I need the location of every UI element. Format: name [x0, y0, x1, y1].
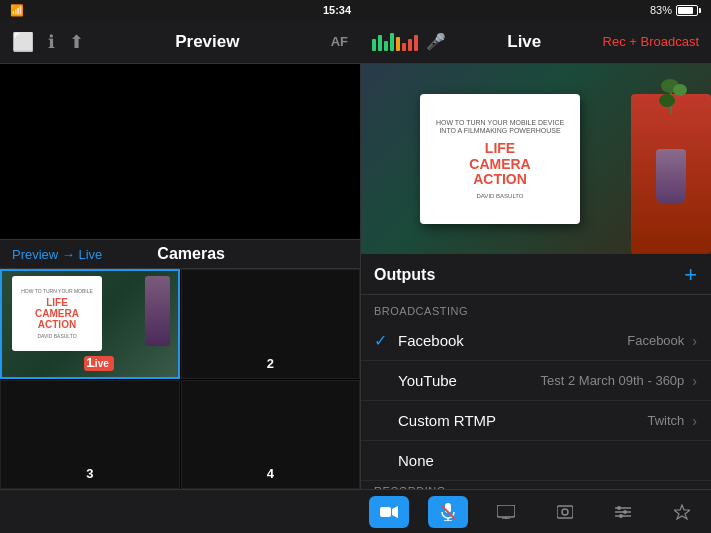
youtube-name: YouTube — [398, 372, 533, 389]
output-row-rtmp[interactable]: ✓ Custom RTMP Twitch › — [360, 401, 711, 441]
output-row-youtube[interactable]: ✓ YouTube Test 2 March 09th - 360p › — [360, 361, 711, 401]
status-time: 15:34 — [323, 4, 351, 16]
star-button[interactable] — [662, 496, 702, 528]
monitor-button[interactable] — [486, 496, 526, 528]
cameras-bar: Preview → Live Cameras — [0, 239, 360, 269]
camera-2-number: 2 — [261, 353, 280, 374]
svg-point-15 — [623, 510, 627, 514]
svg-point-10 — [562, 509, 568, 515]
preview-live-label: Preview → Live — [0, 247, 102, 262]
screen-icon[interactable]: ⬜ — [12, 31, 34, 53]
mic-button[interactable] — [428, 496, 468, 528]
cameras-label: Cameras — [102, 245, 280, 263]
preview-title: Preview — [84, 32, 331, 52]
sliders-button[interactable] — [603, 496, 643, 528]
share-icon[interactable]: ⬆ — [69, 31, 84, 53]
af-button[interactable]: AF — [331, 34, 348, 49]
audio-levels — [372, 33, 418, 51]
toolbar-left: ⬜ ℹ ⬆ Preview AF — [0, 31, 360, 53]
book-title-action: ACTION — [473, 172, 527, 187]
battery-icon — [676, 5, 701, 16]
video-button[interactable] — [369, 496, 409, 528]
status-left: 📶 — [10, 4, 24, 17]
toolbar-left-icons: ⬜ ℹ ⬆ — [12, 31, 84, 53]
toolbar-right: 🎤 Live Rec + Broadcast — [360, 32, 711, 52]
outputs-title: Outputs — [374, 266, 435, 284]
camera-grid: HOW TO TURN YOUR MOBILE LIFECAMERAACTION… — [0, 269, 360, 489]
facebook-check: ✓ — [374, 331, 390, 350]
live-view: HOW TO TURN YOUR MOBILE DEVICEINTO A FIL… — [360, 64, 711, 254]
camera-cell-3[interactable]: 3 — [0, 380, 180, 490]
info-icon[interactable]: ℹ — [48, 31, 55, 53]
book-cover: HOW TO TURN YOUR MOBILE DEVICEINTO A FIL… — [420, 94, 580, 224]
bottom-toolbar — [360, 489, 711, 533]
facebook-name: Facebook — [398, 332, 619, 349]
svg-rect-9 — [557, 506, 573, 518]
youtube-chevron: › — [692, 373, 697, 389]
add-output-button[interactable]: + — [684, 264, 697, 286]
camera-4-number: 4 — [261, 463, 280, 484]
left-panel: Preview → Live Cameras HOW TO TURN YOUR … — [0, 64, 360, 489]
mic-icon[interactable]: 🎤 — [426, 32, 446, 51]
camera-cell-4[interactable]: 4 — [181, 380, 361, 490]
svg-point-14 — [617, 506, 621, 510]
svg-marker-17 — [674, 505, 690, 519]
youtube-detail: Test 2 March 09th - 360p — [541, 373, 685, 388]
top-toolbar: ⬜ ℹ ⬆ Preview AF 🎤 Live Rec + Broadcast — [0, 20, 711, 64]
live-book-visual: HOW TO TURN YOUR MOBILE DEVICEINTO A FIL… — [360, 64, 711, 254]
wifi-icon: 📶 — [10, 4, 24, 17]
rtmp-name: Custom RTMP — [398, 412, 639, 429]
status-right: 83% — [650, 4, 701, 16]
outputs-panel: Outputs + BROADCASTING ✓ Facebook Facebo… — [360, 254, 711, 489]
output-row-facebook[interactable]: ✓ Facebook Facebook › — [360, 321, 711, 361]
live-title: Live — [454, 32, 595, 52]
outputs-header: Outputs + — [360, 254, 711, 295]
camera-cell-2[interactable]: 2 — [181, 269, 361, 379]
right-panel: HOW TO TURN YOUR MOBILE DEVICEINTO A FIL… — [360, 64, 711, 489]
camera-cell-1[interactable]: HOW TO TURN YOUR MOBILE LIFECAMERAACTION… — [0, 269, 180, 379]
photo-button[interactable] — [545, 496, 585, 528]
svg-rect-6 — [497, 505, 515, 517]
rec-broadcast-button[interactable]: Rec + Broadcast — [603, 34, 699, 49]
book-subtitle: HOW TO TURN YOUR MOBILE DEVICEINTO A FIL… — [436, 119, 564, 136]
camera-1-number: 1 — [80, 352, 99, 373]
preview-area — [0, 64, 360, 239]
svg-point-16 — [619, 514, 623, 518]
camera-3-number: 3 — [80, 463, 99, 484]
status-bar: 📶 15:34 83% — [0, 0, 711, 20]
broadcasting-label: BROADCASTING — [360, 295, 711, 321]
output-row-none[interactable]: ✓ None — [360, 441, 711, 481]
panel-divider — [360, 64, 361, 489]
facebook-detail: Facebook — [627, 333, 684, 348]
plant-decoration — [641, 84, 701, 204]
svg-marker-1 — [392, 506, 398, 518]
vase — [656, 149, 686, 204]
recording-label: RECORDING — [360, 481, 711, 489]
battery-percent: 83% — [650, 4, 672, 16]
facebook-chevron: › — [692, 333, 697, 349]
book-title-life: LIFE — [485, 141, 515, 156]
book-author: DAVID BASULTO — [476, 193, 523, 199]
rtmp-chevron: › — [692, 413, 697, 429]
book-title-camera: CAMERA — [469, 157, 530, 172]
rtmp-detail: Twitch — [647, 413, 684, 428]
none-name: None — [398, 452, 697, 469]
left-bottom-bar — [0, 489, 360, 533]
svg-rect-0 — [380, 507, 391, 517]
